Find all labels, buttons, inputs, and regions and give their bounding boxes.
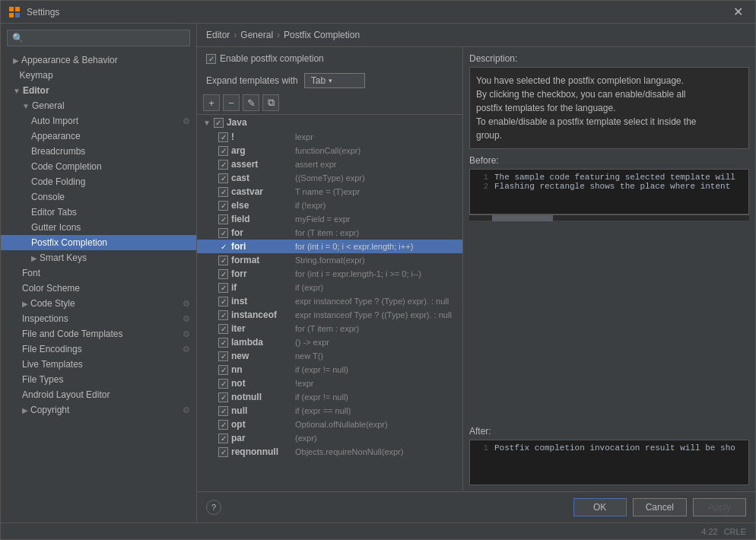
template-item[interactable]: reqnonnull Objects.requireNonNull(expr) [197,445,462,459]
sidebar-item-keymap[interactable]: Keymap [1,68,196,83]
sidebar-item-general[interactable]: ▼ General [1,98,196,113]
template-item[interactable]: null if (expr == null) [197,404,462,418]
search-input[interactable] [7,30,190,46]
item-checkbox[interactable] [218,187,228,197]
sidebar-item-console[interactable]: Console [1,189,196,205]
sidebar-item-auto-import[interactable]: Auto Import ⚙ [1,113,196,129]
item-checkbox[interactable] [218,310,228,320]
add-button[interactable]: + [203,94,220,111]
template-item[interactable]: nn if (expr != null) [197,363,462,376]
sidebar-item-code-folding[interactable]: Code Folding [1,174,196,189]
remove-button[interactable]: − [223,94,240,111]
cancel-button[interactable]: Cancel [633,498,687,516]
sidebar-item-android-layout-editor[interactable]: Android Layout Editor [1,387,196,402]
template-item[interactable]: par (expr) [197,431,462,445]
sidebar-item-editor-tabs[interactable]: Editor Tabs [1,205,196,220]
item-checkbox[interactable] [218,201,228,211]
sidebar-item-color-scheme[interactable]: Color Scheme [1,281,196,296]
code-line: 2 Flashing rectangle shows the place whe… [476,182,742,191]
expand-dropdown[interactable]: Tab ▾ [304,73,365,88]
ok-button[interactable]: OK [573,498,627,516]
enable-row: Enable postfix completion [197,47,462,70]
item-checkbox[interactable] [218,283,228,293]
template-item[interactable]: notnull if (expr != null) [197,390,462,404]
item-checkbox[interactable] [218,338,228,348]
item-checkbox[interactable] [218,160,228,170]
java-group-header[interactable]: ▼ Java [197,115,462,130]
sidebar-item-copyright[interactable]: ▶ Copyright ⚙ [1,402,196,418]
sidebar-item-smart-keys[interactable]: ▶ Smart Keys [1,250,196,265]
template-item[interactable]: format String.format(expr) [197,253,462,267]
template-item[interactable]: ! lexpr [197,130,462,144]
scrollbar-thumb[interactable] [492,215,553,221]
sidebar-item-live-templates[interactable]: Live Templates [1,357,196,372]
sidebar-item-inspections[interactable]: Inspections ⚙ [1,311,196,326]
sidebar-item-font[interactable]: Font [1,265,196,281]
sidebar-item-breadcrumbs[interactable]: Breadcrumbs [1,144,196,159]
item-checkbox[interactable] [218,173,228,183]
item-checkbox[interactable] [218,351,228,361]
item-checkbox[interactable] [218,379,228,389]
before-scrollbar[interactable] [469,214,749,221]
java-group-checkbox[interactable] [214,118,224,128]
gear-icon: ⚙ [183,299,190,309]
template-item[interactable]: new new T() [197,349,462,363]
item-checkbox[interactable] [218,447,228,457]
enable-checkbox[interactable] [206,54,216,64]
item-checkbox[interactable] [218,214,228,224]
sidebar-item-file-encodings[interactable]: File Encodings ⚙ [1,341,196,357]
template-item[interactable]: lambda () -> expr [197,335,462,349]
item-checkbox[interactable] [218,434,228,443]
item-checkbox[interactable] [218,242,228,252]
before-title: Before: [469,155,749,166]
sidebar-item-code-style[interactable]: ▶ Code Style ⚙ [1,296,196,311]
sidebar-item-appearance-behavior[interactable]: ▶ Appearance & Behavior [1,52,196,68]
close-button[interactable]: ✕ [729,3,748,21]
template-item[interactable]: inst expr instanceof Type ? (Type) expr)… [197,294,462,308]
sidebar-item-file-code-templates[interactable]: File and Code Templates ⚙ [1,326,196,341]
item-checkbox[interactable] [218,146,228,156]
item-checkbox[interactable] [218,365,228,375]
template-item[interactable]: if if (expr) [197,281,462,294]
item-checkbox[interactable] [218,420,228,430]
copy-button[interactable]: ⧉ [262,94,279,111]
apply-button[interactable]: Apply [693,498,746,516]
item-checkbox[interactable] [218,324,228,334]
template-item[interactable]: assert assert expr [197,157,462,171]
item-checkbox[interactable] [218,269,228,279]
list-panel: Enable postfix completion Expand templat… [197,47,463,491]
item-checkbox[interactable] [218,392,228,402]
help-button[interactable]: ? [206,500,221,515]
template-item[interactable]: iter for (T item : expr) [197,322,462,335]
template-item[interactable]: field myField = expr [197,212,462,226]
sidebar-item-editor[interactable]: ▼ Editor [1,83,196,98]
sidebar-item-postfix-completion[interactable]: Postfix Completion [1,235,196,250]
item-checkbox[interactable] [218,406,228,416]
template-item[interactable]: else if (!expr) [197,199,462,212]
after-section: After: 1 Postfix completion invocation r… [469,426,749,485]
expand-icon: ▶ [22,406,28,415]
template-item[interactable]: arg functionCall(expr) [197,144,462,157]
sidebar-item-code-completion[interactable]: Code Completion [1,159,196,174]
sidebar-item-file-types[interactable]: File Types [1,372,196,387]
item-checkbox[interactable] [218,228,228,238]
java-group-name: Java [227,117,247,128]
sidebar-item-gutter-icons[interactable]: Gutter Icons [1,220,196,235]
template-item[interactable]: not !expr [197,376,462,390]
template-item[interactable]: cast ((SomeType) expr) [197,171,462,185]
template-item-fori[interactable]: fori for (int i = 0; i < expr.length; i+… [197,240,462,253]
item-checkbox[interactable] [218,132,228,142]
sidebar-item-appearance[interactable]: Appearance [1,129,196,144]
code-line: 1 Postfix completion invocation result w… [476,443,742,453]
template-item[interactable]: instanceof expr instanceof Type ? ((Type… [197,308,462,322]
expand-icon: ▶ [31,254,37,262]
chevron-down-icon: ▾ [329,77,332,84]
template-item[interactable]: for for (T item : expr) [197,226,462,240]
enable-label[interactable]: Enable postfix completion [206,53,324,64]
template-item[interactable]: forr for (int i = expr.length-1; i >= 0;… [197,267,462,281]
template-item[interactable]: castvar T name = (T)expr [197,185,462,199]
edit-button[interactable]: ✎ [243,94,259,111]
item-checkbox[interactable] [218,256,228,265]
template-item[interactable]: opt Optional.ofNullable(expr) [197,418,462,431]
item-checkbox[interactable] [218,297,228,307]
